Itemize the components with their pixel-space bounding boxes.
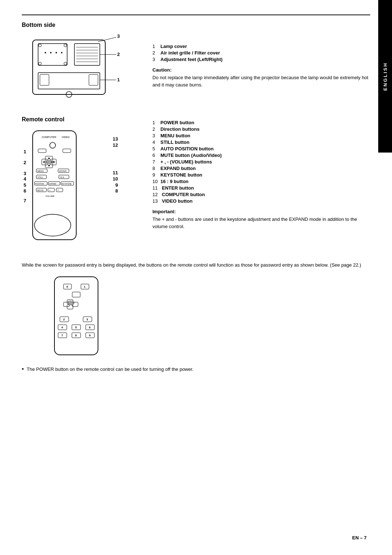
bullet-text: The POWER button on the remote control c… [27,366,193,373]
svg-text:5: 5 [75,326,77,329]
rlabel-3: 3 [24,171,26,176]
svg-text:0: 0 [66,285,68,288]
svg-text:POSITION: POSITION [35,183,44,185]
top-border [22,15,370,15]
svg-text:MENU: MENU [37,170,44,172]
caution-block: Caution: Do not replace the lamp immedia… [152,67,370,88]
remote-item-10: 10 16 : 9 button [152,179,370,184]
important-text: The + and - buttons are used in the keys… [152,216,370,230]
remote-item-13: 13 VIDEO button [152,198,370,204]
bottom-side-title: Bottom side [22,22,138,28]
svg-line-21 [98,36,116,42]
rlabel-4: 4 [24,176,26,182]
remote-item-5: 5 AUTO POSITION button [152,146,370,151]
bottom-side-info: 1 Lamp cover 2 Air inlet grille / Filter… [152,22,370,105]
bullet-icon: • [22,366,24,372]
svg-rect-6 [74,44,100,65]
remote-list: 1 POWER button 2 Direction buttons 3 MEN… [152,120,370,204]
remote-item-4: 4 STILL button [152,139,370,145]
password-diagram: 0 1 ENTER 2 3 4 [44,275,370,358]
svg-point-61 [34,214,71,236]
remote-title: Remote control [22,116,138,123]
svg-rect-67 [72,292,80,297]
svg-text:3: 3 [86,318,88,321]
important-title: Important: [152,209,370,214]
svg-rect-17 [38,73,100,89]
side-tab: ENGLISH [378,0,392,153]
svg-text:1: 1 [84,285,86,288]
remote-item-1: 1 POWER button [152,120,370,125]
svg-text:EXPAND: EXPAND [49,183,57,185]
caution-title: Caution: [152,67,370,73]
page-number: EN – 7 [352,535,367,540]
remote-item-3: 3 MENU button [152,133,370,138]
svg-text:6: 6 [89,326,91,329]
rlabel-12: 12 [113,142,118,148]
rlabel-5: 5 [24,182,26,188]
svg-marker-36 [48,157,50,159]
remote-info: 1 POWER button 2 Direction buttons 3 MEN… [152,116,370,251]
bottom-side-section: Bottom side [22,22,370,105]
svg-text:VOLUME: VOLUME [45,195,54,197]
label-2: 2 [117,52,120,57]
remote-item-7: 7 + , - (VOLUME) buttons [152,159,370,165]
svg-text:+: + [57,189,59,191]
remote-section: Remote control COMPUTER VIDEO [22,116,370,251]
svg-text:KEYSTONE: KEYSTONE [62,183,72,185]
password-keypad-svg: 0 1 ENTER 2 3 4 [44,275,109,358]
bottom-item-1: 1 Lamp cover [152,44,370,49]
bottom-item-3: 3 Adjustment feet (Left/Right) [152,57,370,62]
svg-point-13 [45,52,46,53]
remote-item-2: 2 Direction buttons [152,126,370,132]
svg-point-14 [50,52,52,53]
svg-point-3 [64,44,67,47]
rlabel-13: 13 [113,136,118,142]
svg-rect-18 [40,74,49,85]
svg-point-16 [61,52,62,53]
rlabel-9: 9 [115,182,118,188]
bottom-item-2: 2 Air inlet grille / Filter cover [152,50,370,56]
svg-point-4 [38,62,41,65]
svg-text:ENTER: ENTER [59,170,67,172]
svg-rect-19 [89,74,98,85]
bullet-section: • The POWER button on the remote control… [22,366,370,373]
svg-point-2 [38,44,41,47]
bottom-side-list: 1 Lamp cover 2 Air inlet grille / Filter… [152,44,370,62]
svg-rect-0 [33,40,105,94]
rlabel-7: 7 [24,198,26,203]
svg-point-15 [56,52,57,53]
password-text: While the screen for password entry is b… [22,262,370,269]
svg-text:–: – [49,189,50,191]
password-section: While the screen for password entry is b… [22,262,370,373]
rlabel-6: 6 [24,188,26,194]
remote-item-9: 9 KEYSTONE button [152,172,370,178]
svg-text:ENTER: ENTER [69,302,75,304]
svg-text:4: 4 [61,326,63,329]
svg-rect-62 [54,277,98,355]
remote-item-6: 6 MUTE button (Audio/Video) [152,153,370,158]
rlabel-2: 2 [24,160,26,165]
rlabel-10: 10 [113,176,118,182]
remote-item-8: 8 EXPAND button [152,166,370,171]
remote-svg: COMPUTER VIDEO ENTER [22,127,87,247]
svg-point-5 [64,62,67,65]
rlabel-8: 8 [115,188,118,194]
bottom-side-diagram: Bottom side [22,22,138,105]
remote-diagram: Remote control COMPUTER VIDEO [22,116,138,251]
caution-text: Do not replace the lamp immediately afte… [152,74,370,88]
rlabel-11: 11 [113,170,118,175]
svg-rect-1 [38,44,67,65]
svg-marker-39 [53,161,55,163]
remote-item-11: 11 ENTER button [152,185,370,191]
svg-text:7: 7 [61,334,63,337]
svg-point-27 [50,142,56,148]
svg-marker-37 [48,165,50,167]
svg-text:ENTER: ENTER [47,161,53,163]
svg-text:STILL: STILL [37,176,44,178]
svg-text:VIDEO: VIDEO [62,136,70,138]
important-block: Important: The + and - buttons are used … [152,209,370,230]
svg-text:8: 8 [75,334,77,337]
label-1: 1 [117,77,120,82]
svg-marker-38 [43,161,45,163]
rlabel-1: 1 [24,149,26,154]
